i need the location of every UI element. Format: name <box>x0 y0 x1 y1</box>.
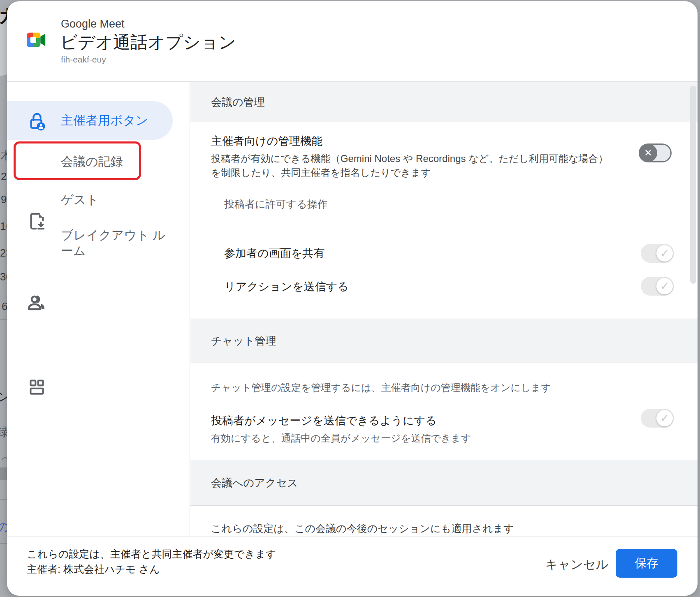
section-title: 会議へのアクセス <box>211 476 298 490</box>
share-screen-label: 参加者の画面を共有 <box>224 246 325 261</box>
allow-messages-description: 有効にすると、通話中の全員がメッセージを送信できます <box>211 432 471 445</box>
breakout-rooms-icon <box>27 377 47 398</box>
toggle-check-icon: ✓ <box>660 248 670 259</box>
sidebar-item-label: ブレイクアウト ルーム <box>61 228 165 257</box>
send-reactions-toggle: ✓ <box>641 277 674 296</box>
sidebar-item-label: 主催者用ボタン <box>61 113 148 127</box>
footer-divider <box>7 537 698 537</box>
video-call-options-dialog: Google Meet ビデオ通話オプション fih-eakf-euy 主催者用… <box>7 1 698 596</box>
settings-content: 会議の管理 主催者向けの管理機能 ✕ 投稿者が有効にできる機能（Gemini N… <box>190 82 698 538</box>
sidebar-item-meeting-records[interactable]: 会議の記録 <box>7 144 143 179</box>
send-reactions-label: リアクションを送信する <box>224 279 349 294</box>
footer-note: これらの設定は、主催者と共同主催者が変更できます 主催者: 株式会社ハチモ さん <box>27 546 276 577</box>
sidebar-item-guests[interactable]: ゲスト <box>7 185 143 214</box>
section-header-chat-management: チャット管理 <box>190 319 698 363</box>
host-management-label: 主催者向けの管理機能 <box>211 134 322 148</box>
sidebar-item-label: 会議の記録 <box>61 155 123 168</box>
share-screen-toggle: ✓ <box>641 244 674 263</box>
toggle-check-icon: ✓ <box>660 281 670 292</box>
host-management-toggle[interactable]: ✕ <box>639 143 672 162</box>
meeting-code: fih-eakf-euy <box>61 55 106 65</box>
background-date-fragment: 9 <box>1 193 7 206</box>
background-divider-fragment <box>0 499 7 500</box>
toggle-check-icon: ✓ <box>660 413 670 424</box>
sidebar: 主催者用ボタン 会議の記録 <box>7 82 190 537</box>
background-band-fragment <box>0 467 7 480</box>
scrollbar[interactable] <box>690 86 696 284</box>
background-divider-fragment <box>0 319 7 320</box>
background-divider-fragment <box>0 543 7 544</box>
section-header-meeting-management: 会議の管理 <box>190 82 698 122</box>
contributors-allowed-actions-label: 投稿者に許可する操作 <box>224 197 328 211</box>
allow-messages-label: 投稿者がメッセージを送信できるようにする <box>211 413 437 428</box>
sidebar-item-breakout-rooms[interactable]: ブレイクアウト ルーム <box>7 223 172 268</box>
cancel-button[interactable]: キャンセル <box>533 551 621 578</box>
section-title: チャット管理 <box>211 334 276 348</box>
toggle-x-icon: ✕ <box>644 148 652 158</box>
guests-icon <box>27 292 47 313</box>
host-management-description: 投稿者が有効にできる機能（Gemini Notes や Recordings な… <box>211 152 608 180</box>
allow-messages-toggle: ✓ <box>641 409 674 428</box>
meeting-access-note: これらの設定は、この会議の今後のセッションにも適用されます <box>211 522 514 535</box>
dialog-title: ビデオ通話オプション <box>60 31 236 54</box>
google-meet-logo-icon <box>27 32 46 48</box>
background-date-fragment: 2 <box>1 170 7 183</box>
sidebar-item-label: ゲスト <box>61 193 99 206</box>
section-header-meeting-access: 会議へのアクセス <box>190 460 698 506</box>
sidebar-item-host-controls[interactable]: 主催者用ボタン <box>7 101 173 140</box>
lock-person-icon <box>27 111 47 132</box>
section-title: 会議の管理 <box>211 95 265 109</box>
save-button[interactable]: 保存 <box>616 549 677 578</box>
app-name: Google Meet <box>61 18 125 30</box>
chat-management-note: チャット管理の設定を管理するには、主催者向けの管理機能をオンにします <box>211 381 551 394</box>
